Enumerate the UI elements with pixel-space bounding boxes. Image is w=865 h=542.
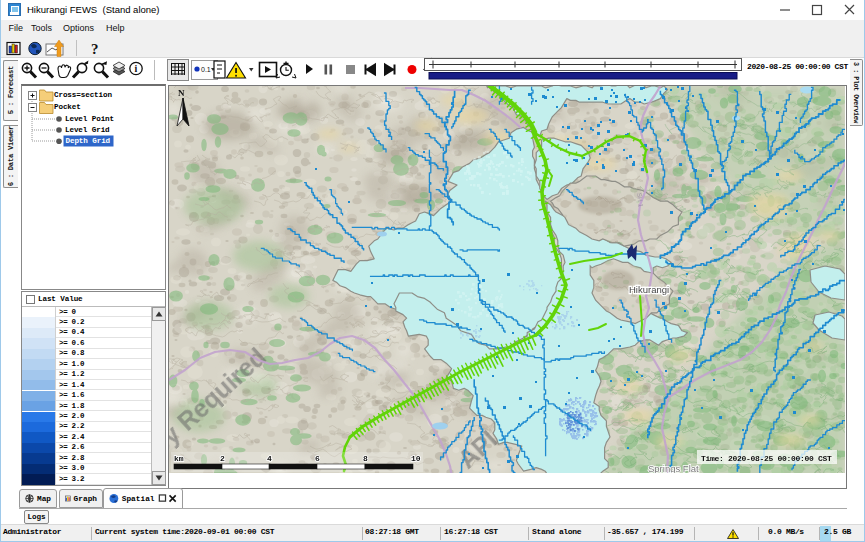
svg-text:4: 4: [267, 454, 272, 463]
svg-text:0.1: 0.1: [201, 66, 211, 73]
svg-text:6: 6: [315, 454, 320, 463]
svg-text:Springs Flat: Springs Flat: [648, 463, 699, 473]
svg-text:?: ?: [91, 41, 99, 57]
svg-text:2020-08-25 00:00:00 CST: 2020-08-25 00:00:00 CST: [747, 62, 848, 71]
svg-text:Time: 2020-08-25 00:00:00 CST: Time: 2020-08-25 00:00:00 CST: [701, 454, 832, 463]
svg-text:10: 10: [411, 454, 421, 463]
svg-text:km: km: [174, 454, 184, 463]
svg-text:2: 2: [220, 454, 225, 463]
svg-text:N: N: [178, 88, 185, 98]
svg-text:8: 8: [363, 454, 368, 463]
svg-text:i: i: [134, 63, 137, 74]
svg-text:Hikurangi: Hikurangi: [629, 284, 669, 295]
